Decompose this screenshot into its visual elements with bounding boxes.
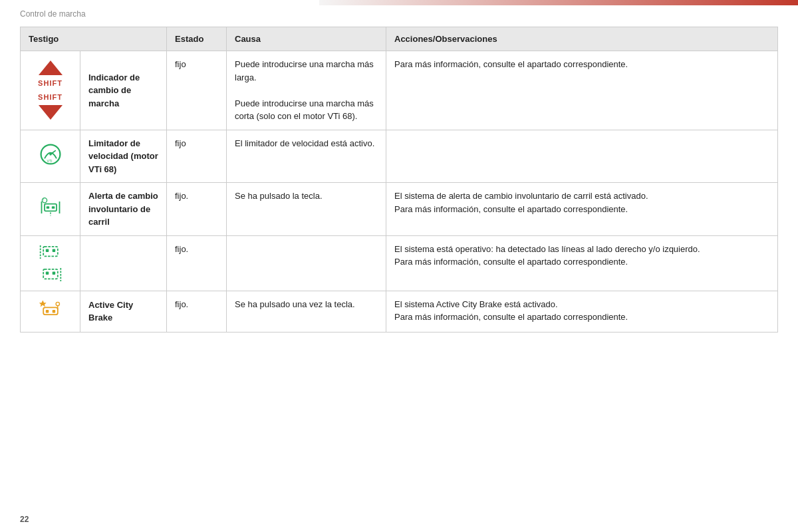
svg-rect-6 [51, 206, 55, 209]
shift-up-arrow-icon [39, 61, 63, 75]
causa-text-lane: Se ha pulsado la tecla. [235, 190, 378, 203]
page-footer: 22 [20, 515, 29, 524]
lane-alert-icon: ! [39, 196, 63, 219]
icon-cell-speed: VTi [21, 130, 80, 183]
acciones-cell-acb: El sistema Active City Brake está activa… [386, 291, 778, 332]
table-row: fijo. El sistema está operativo: ha dete… [21, 235, 778, 291]
acciones-cell-lane: El sistema de alerta de cambio involunta… [386, 183, 778, 236]
estado-cell-lane: fijo. [167, 183, 227, 236]
svg-rect-22 [52, 310, 55, 313]
active-city-brake-icon [39, 298, 63, 322]
acciones-cell-shift: Para más información, consulte el aparta… [386, 51, 778, 130]
causa-cell-lane2 [227, 235, 386, 291]
svg-rect-12 [43, 246, 58, 255]
causa-cell-shift: Puede introducirse una marcha más larga.… [227, 51, 386, 130]
causa-text-1: Puede introducirse una marcha más larga. [235, 58, 378, 84]
lane2-dashed-top-icon [39, 243, 63, 261]
causa-cell-lane: Se ha pulsado la tecla. [227, 183, 386, 236]
table-row: ! Alerta de cambio involuntario de carri… [21, 183, 778, 236]
svg-rect-5 [46, 206, 49, 209]
shift-up-label: SHIFT [38, 78, 63, 89]
icon-cell-acb [21, 291, 80, 332]
lane2-icon-group [29, 243, 72, 284]
svg-rect-21 [45, 310, 49, 313]
table-row: SHIFT SHIFT Indicador de cambio de march… [21, 51, 778, 130]
shift-down-arrow-icon [39, 105, 63, 120]
speed-limiter-icon: VTi [39, 142, 63, 166]
indicators-table: Testigo Estado Causa Acciones/Observacio… [20, 27, 778, 332]
estado-cell-lane2: fijo. [167, 235, 227, 291]
svg-rect-18 [52, 271, 55, 275]
causa-text-2: Puede introducirse una marcha más corta … [235, 97, 378, 123]
table-row: VTi Limitador de velocidad (motor VTi 68… [21, 130, 778, 183]
acciones-cell-lane2: El sistema está operativo: ha detectado … [386, 235, 778, 291]
col-testigo: Testigo [21, 27, 167, 51]
svg-point-2 [49, 153, 52, 156]
shift-icon: SHIFT SHIFT [29, 61, 72, 120]
col-causa: Causa [227, 27, 386, 51]
shift-down-label: SHIFT [38, 92, 63, 103]
svg-rect-17 [45, 271, 49, 275]
icon-cell-lane2 [21, 235, 80, 291]
estado-cell-shift: fijo [167, 51, 227, 130]
row-label-shift: Indicador de cambio de marcha [88, 72, 140, 108]
svg-text:!: ! [43, 199, 44, 202]
label-cell-shift: Indicador de cambio de marcha [80, 51, 167, 130]
row-label-lane: Alerta de cambio involuntario de carril [88, 191, 158, 227]
svg-rect-16 [43, 269, 58, 278]
svg-rect-13 [45, 249, 49, 252]
svg-point-23 [56, 302, 59, 305]
svg-text:VTi: VTi [47, 159, 52, 163]
table-row: Active City Brake fijo. Se ha pulsado un… [21, 291, 778, 332]
svg-rect-20 [43, 307, 58, 315]
estado-cell-acb: fijo. [167, 291, 227, 332]
page-title: Control de marcha [20, 9, 86, 19]
causa-text-acb: Se ha pulsado una vez la tecla. [235, 298, 378, 311]
col-acciones: Acciones/Observaciones [386, 27, 778, 51]
row-label-speed: Limitador de velocidad (motor VTi 68) [88, 138, 158, 174]
label-cell-lane2 [80, 235, 167, 291]
col-estado: Estado [167, 27, 227, 51]
page-header: Control de marcha [20, 9, 86, 19]
svg-rect-14 [52, 249, 55, 252]
icon-cell-shift: SHIFT SHIFT [21, 51, 80, 130]
label-cell-speed: Limitador de velocidad (motor VTi 68) [80, 130, 167, 183]
causa-text-speed: El limitador de velocidad está activo. [235, 137, 378, 150]
icon-cell-lane: ! [21, 183, 80, 236]
svg-rect-4 [45, 203, 57, 211]
causa-cell-speed: El limitador de velocidad está activo. [227, 130, 386, 183]
page-number: 22 [20, 515, 29, 524]
row-label-acb: Active City Brake [88, 300, 133, 323]
main-content: Testigo Estado Causa Acciones/Observacio… [20, 27, 778, 505]
estado-cell-speed: fijo [167, 130, 227, 183]
lane2-dashed-bottom-icon [39, 265, 63, 284]
header-bar [319, 0, 798, 5]
label-cell-lane: Alerta de cambio involuntario de carril [80, 183, 167, 236]
label-cell-acb: Active City Brake [80, 291, 167, 332]
acciones-cell-speed [386, 130, 778, 183]
causa-cell-acb: Se ha pulsado una vez la tecla. [227, 291, 386, 332]
